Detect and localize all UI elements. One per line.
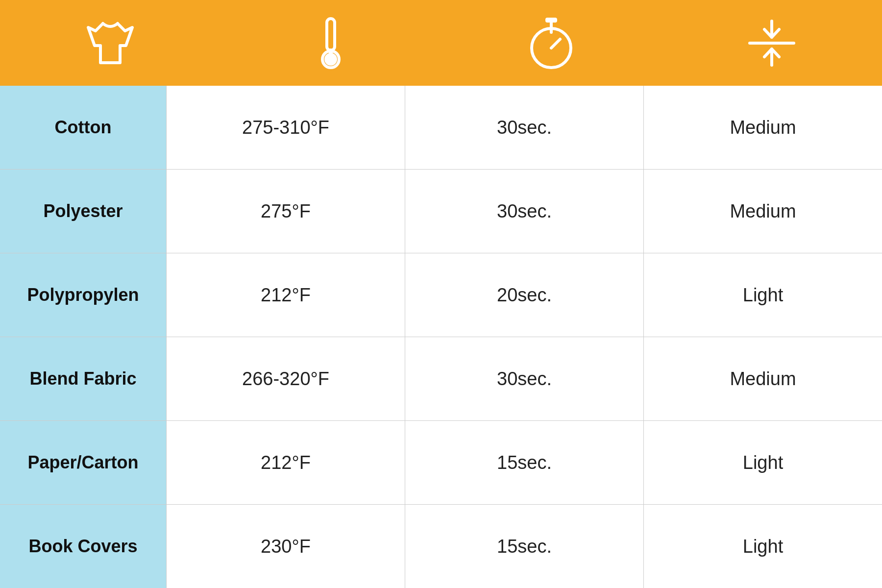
pressure-cell: Medium: [644, 86, 882, 169]
time-cell: 30sec.: [405, 170, 644, 253]
header-cell-material: [0, 0, 220, 86]
pressure-cell: Medium: [644, 337, 882, 420]
time-value: 30sec.: [497, 368, 552, 390]
table-row: Polyester 275°F 30sec. Medium: [0, 170, 882, 253]
temp-cell: 212°F: [167, 253, 405, 337]
temp-value: 212°F: [261, 452, 311, 473]
time-value: 30sec.: [497, 201, 552, 222]
material-label: Blend Fabric: [20, 364, 146, 394]
thermometer-icon: [314, 16, 348, 70]
header-cell-pressure: [662, 0, 882, 86]
temp-value: 230°F: [261, 536, 311, 557]
material-cell: Blend Fabric: [0, 337, 167, 420]
data-rows: Cotton 275-310°F 30sec. Medium Polyester…: [0, 86, 882, 588]
pressure-cell: Medium: [644, 170, 882, 253]
material-label: Book Covers: [19, 531, 147, 562]
material-label: Polypropylen: [17, 280, 148, 310]
material-label: Cotton: [45, 112, 122, 143]
table-row: Book Covers 230°F 15sec. Light: [0, 505, 882, 588]
time-value: 15sec.: [497, 452, 552, 473]
table-row: Paper/Carton 212°F 15sec. Light: [0, 421, 882, 505]
main-table: Cotton 275-310°F 30sec. Medium Polyester…: [0, 0, 882, 588]
header-cell-time: [441, 0, 662, 86]
header-row: [0, 0, 882, 86]
shirt-icon: [86, 19, 135, 68]
svg-point-3: [326, 54, 336, 64]
time-cell: 15sec.: [405, 421, 644, 504]
table-row: Blend Fabric 266-320°F 30sec. Medium: [0, 337, 882, 421]
temp-cell: 212°F: [167, 421, 405, 504]
temp-value: 275°F: [261, 201, 311, 222]
pressure-cell: Light: [644, 253, 882, 337]
material-label: Polyester: [33, 196, 132, 226]
time-cell: 30sec.: [405, 86, 644, 169]
material-cell: Paper/Carton: [0, 421, 167, 504]
header-cell-temp: [220, 0, 441, 86]
temp-cell: 275°F: [167, 170, 405, 253]
stopwatch-icon: [527, 16, 576, 70]
time-cell: 20sec.: [405, 253, 644, 337]
time-cell: 15sec.: [405, 505, 644, 588]
material-label: Paper/Carton: [18, 447, 148, 478]
table-row: Cotton 275-310°F 30sec. Medium: [0, 86, 882, 170]
svg-rect-0: [327, 19, 335, 50]
temp-cell: 275-310°F: [167, 86, 405, 169]
time-value: 15sec.: [497, 536, 552, 557]
temp-value: 266-320°F: [242, 368, 329, 390]
material-cell: Polypropylen: [0, 253, 167, 337]
material-cell: Polyester: [0, 170, 167, 253]
temp-value: 275-310°F: [242, 117, 329, 138]
material-cell: Cotton: [0, 86, 167, 169]
pressure-value: Medium: [730, 117, 796, 138]
svg-line-7: [551, 39, 560, 48]
pressure-value: Medium: [730, 201, 796, 222]
pressure-icon: [745, 19, 799, 68]
temp-cell: 266-320°F: [167, 337, 405, 420]
time-value: 20sec.: [497, 285, 552, 306]
pressure-cell: Light: [644, 421, 882, 504]
temp-value: 212°F: [261, 285, 311, 306]
temp-cell: 230°F: [167, 505, 405, 588]
pressure-cell: Light: [644, 505, 882, 588]
material-cell: Book Covers: [0, 505, 167, 588]
pressure-value: Medium: [730, 368, 796, 390]
table-row: Polypropylen 212°F 20sec. Light: [0, 253, 882, 337]
pressure-value: Light: [743, 285, 783, 306]
pressure-value: Light: [743, 536, 783, 557]
time-value: 30sec.: [497, 117, 552, 138]
pressure-value: Light: [743, 452, 783, 473]
time-cell: 30sec.: [405, 337, 644, 420]
